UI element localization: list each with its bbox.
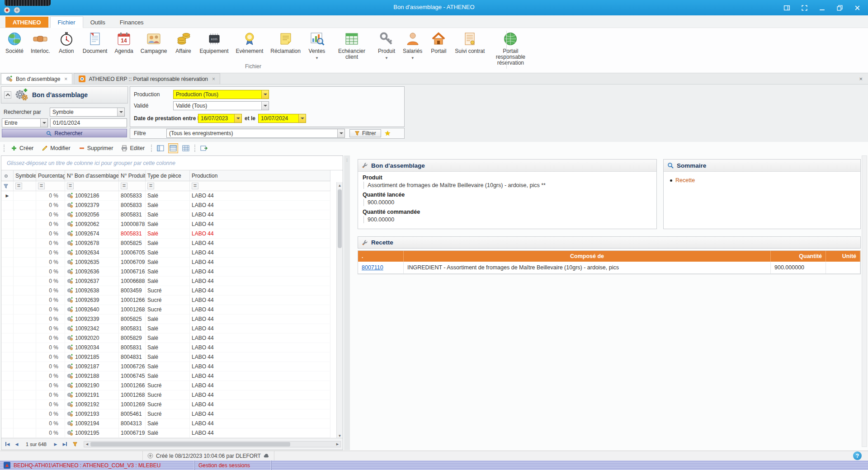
table-row[interactable]: 0 %1009219010001266SucréLABO 44 bbox=[1, 381, 343, 390]
restore-icon[interactable] bbox=[836, 5, 843, 11]
recette-id-link[interactable]: 8007110 bbox=[362, 264, 383, 271]
ribbon-item-document[interactable]: Document bbox=[79, 30, 111, 55]
recette-row[interactable]: 8007110INGREDIENT - Assortiment de froma… bbox=[358, 262, 860, 274]
scrollbar-thumb[interactable] bbox=[90, 442, 290, 446]
view-list-button[interactable] bbox=[156, 143, 165, 153]
minimize-icon[interactable] bbox=[819, 5, 826, 11]
scroll-right-icon[interactable]: ▶ bbox=[335, 442, 340, 447]
doc-tab-atheneo-erp-portail-responsable-reservation[interactable]: ATHENEO ERP :: Portail responsable réser… bbox=[74, 73, 220, 84]
ribbon-tab-outils[interactable]: Outils bbox=[83, 17, 113, 28]
ribbon-item-evenement[interactable]: Evènement bbox=[232, 30, 267, 55]
first-page-button[interactable]: ◀ bbox=[3, 440, 11, 448]
favorite-star-icon[interactable]: ★ bbox=[385, 129, 391, 137]
table-row[interactable]: 0 %100923398005825SaléLABO 44 bbox=[1, 315, 343, 324]
ribbon-item-ventes[interactable]: Ventes▼ bbox=[304, 30, 330, 62]
filter-cell-1[interactable]: = bbox=[14, 181, 36, 191]
ribbon-tab-finances[interactable]: Finances bbox=[113, 17, 151, 28]
chevron-down-icon[interactable] bbox=[261, 102, 269, 110]
export-button[interactable] bbox=[199, 143, 209, 153]
column-header-symbole[interactable]: Symbole bbox=[14, 170, 36, 181]
ribbon-item-interloc[interactable]: Interloc. bbox=[27, 30, 54, 55]
modify-button[interactable]: Modifier bbox=[39, 144, 73, 153]
close-icon[interactable] bbox=[854, 5, 861, 11]
ribbon-tab-fichier[interactable]: Fichier bbox=[50, 16, 83, 28]
filter-operator-icon[interactable]: = bbox=[147, 183, 154, 189]
table-row[interactable]: 0 %1009263510006709SaléLABO 44 bbox=[1, 258, 343, 267]
recette-column-quantite[interactable]: Quantité bbox=[771, 251, 826, 262]
chevron-down-icon[interactable] bbox=[117, 108, 124, 116]
grid-horizontal-scrollbar[interactable]: ◀ ▶ bbox=[84, 441, 341, 447]
sessions-segment[interactable]: Gestion des sessions bbox=[195, 461, 272, 470]
grid-vertical-scrollbar[interactable]: ▲ ▼ bbox=[336, 182, 343, 439]
table-row[interactable]: 0 %1009219210001269SucréLABO 44 bbox=[1, 400, 343, 409]
chevron-down-icon[interactable] bbox=[40, 119, 47, 127]
production-select[interactable]: Production (Tous) bbox=[173, 90, 269, 99]
ribbon-item-portail[interactable]: Portail bbox=[426, 30, 451, 55]
ribbon-item-portail-responsable-reservation[interactable]: Portail responsable réservation bbox=[488, 30, 533, 67]
table-row[interactable]: 0 %100920568005831SaléLABO 44 bbox=[1, 210, 343, 220]
next-page-button[interactable]: ▶ bbox=[52, 440, 60, 448]
tab-close-icon[interactable]: × bbox=[211, 76, 215, 82]
filtrer-button[interactable]: Filtrer bbox=[349, 129, 381, 137]
recette-column-compose-de[interactable]: Composé de bbox=[404, 251, 771, 262]
fullscreen-icon[interactable] bbox=[801, 5, 808, 11]
filter-operator-icon[interactable]: = bbox=[15, 183, 22, 189]
recette-column-unite[interactable]: Unité bbox=[826, 251, 860, 262]
date-to-select[interactable]: 10/07/2024 bbox=[258, 114, 306, 123]
column-header-n-produit[interactable]: N° Produit bbox=[119, 170, 146, 181]
filter-operator-icon[interactable]: = bbox=[38, 183, 45, 189]
filter-cell-6[interactable]: = bbox=[190, 181, 330, 191]
scroll-left-icon[interactable]: ◀ bbox=[84, 442, 90, 447]
table-row[interactable]: 0 %100920348005831SaléLABO 44 bbox=[1, 343, 343, 352]
date-from-input[interactable]: 01/01/2024 bbox=[50, 118, 127, 127]
table-row[interactable]: 0 %1009263410006705SaléLABO 44 bbox=[1, 248, 343, 258]
filter-operator-icon[interactable]: = bbox=[121, 183, 127, 189]
table-row[interactable]: 0 %100920208005829SaléLABO 44 bbox=[1, 334, 343, 343]
table-row[interactable]: 0 %100926748005831SaléLABO 44 bbox=[1, 229, 343, 239]
table-row[interactable]: 0 %100921948004313SaléLABO 44 bbox=[1, 419, 343, 428]
recette-column-id[interactable]: . bbox=[358, 251, 404, 262]
prev-page-button[interactable]: ◀ bbox=[13, 440, 21, 448]
table-row[interactable]: 0 %1009219510006719SaléLABO 44 bbox=[1, 428, 343, 438]
ribbon-item-reclamation[interactable]: Réclamation bbox=[267, 30, 304, 55]
table-row[interactable]: 0 %100923428005831SaléLABO 44 bbox=[1, 324, 343, 334]
table-row[interactable]: 0 %1009218710006726SaléLABO 44 bbox=[1, 362, 343, 371]
pager-funnel-icon[interactable] bbox=[72, 442, 78, 447]
table-row[interactable]: 0 %100926388003459SucréLABO 44 bbox=[1, 286, 343, 296]
create-button[interactable]: Créer bbox=[8, 144, 36, 153]
table-row[interactable]: 0 %1009263610006716SaléLABO 44 bbox=[1, 267, 343, 277]
filter-cell-4[interactable]: = bbox=[119, 181, 146, 191]
date-from-select[interactable]: 16/07/2023 bbox=[198, 114, 242, 123]
valide-select[interactable]: Validé (Tous) bbox=[173, 101, 269, 110]
table-row[interactable]: 0 %1009219110001268SucréLABO 44 bbox=[1, 390, 343, 400]
table-row[interactable]: ▶0 %100921868005833SaléLABO 44 bbox=[1, 191, 343, 201]
sommaire-link-recette[interactable]: Recette bbox=[675, 177, 695, 183]
ribbon-item-societe[interactable]: Société bbox=[2, 30, 27, 55]
group-by-hint[interactable]: Glissez-déposez un titre de colonne ici … bbox=[1, 156, 343, 170]
column-header-n-bon-d-assemblage[interactable]: N° Bon d'assemblage bbox=[65, 170, 119, 181]
chevron-down-icon[interactable] bbox=[234, 114, 241, 122]
scroll-up-icon[interactable]: ▲ bbox=[337, 182, 343, 188]
filter-cell-2[interactable]: = bbox=[36, 181, 65, 191]
chevron-down-icon[interactable] bbox=[298, 114, 306, 122]
ribbon-tab-atheneo[interactable]: ATHENEO bbox=[5, 17, 48, 28]
edit-print-button[interactable]: Editer bbox=[118, 144, 147, 153]
ribbon-item-agenda[interactable]: 14Agenda bbox=[111, 30, 137, 55]
filtre-select[interactable]: (Tous les enregistrements) bbox=[166, 129, 345, 138]
ribbon-item-salaries[interactable]: Salariés▼ bbox=[399, 30, 426, 62]
table-row[interactable]: 0 %1009264010001268SucréLABO 44 bbox=[1, 305, 343, 315]
view-grid-button[interactable] bbox=[168, 143, 178, 153]
column-header-type-de-piece[interactable]: Type de pièce bbox=[146, 170, 190, 181]
delete-button[interactable]: Supprimer bbox=[76, 144, 116, 153]
ribbon-item-produit[interactable]: Produit▼ bbox=[374, 30, 399, 62]
table-row[interactable]: 0 %100921858004831SaléLABO 44 bbox=[1, 352, 343, 362]
column-header-production[interactable]: Production bbox=[190, 170, 330, 181]
filter-operator-icon[interactable]: = bbox=[67, 183, 74, 189]
filter-cell-5[interactable]: = bbox=[146, 181, 190, 191]
panel-splitter[interactable]: ⁞ bbox=[344, 155, 350, 450]
help-button[interactable]: ? bbox=[853, 451, 862, 460]
column-header-pourcentage[interactable]: Pourcentage bbox=[36, 170, 65, 181]
ribbon-item-equipement[interactable]: BIOSEquipement bbox=[196, 30, 232, 55]
details-scrollbar[interactable] bbox=[862, 155, 867, 447]
ribbon-item-suivi-contrat[interactable]: Suivi contrat bbox=[451, 30, 488, 55]
